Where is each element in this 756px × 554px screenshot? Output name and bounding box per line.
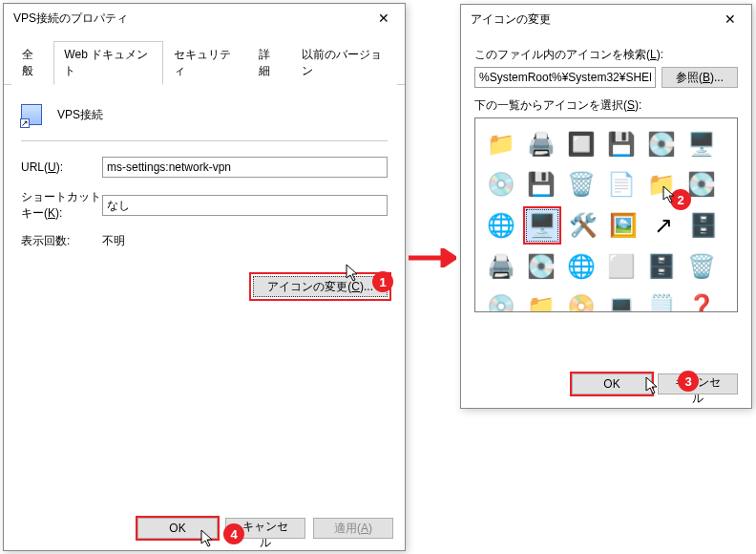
tab-strip: 全般 Web ドキュメント セキュリティ 詳細 以前のバージョン (4, 32, 405, 85)
tab-general[interactable]: 全般 (11, 41, 53, 85)
icon-option[interactable]: ❓ (683, 288, 720, 312)
icon-option[interactable]: 🖨️ (483, 248, 519, 285)
step-marker-3: 3 (678, 371, 699, 392)
shortcut-icon (21, 104, 42, 125)
dialog-body: このファイル内のアイコンを検索(L): 参照(B)... 下の一覧からアイコンを… (461, 33, 751, 322)
icon-option[interactable]: 🗒️ (643, 288, 680, 312)
step-marker-2: 2 (670, 189, 691, 210)
icon-option[interactable]: 💽 (523, 248, 559, 285)
change-icon-dialog: アイコンの変更 ✕ このファイル内のアイコンを検索(L): 参照(B)... 下… (460, 4, 752, 409)
icon-option[interactable]: 💿 (483, 288, 519, 312)
visits-value: 不明 (102, 233, 388, 249)
dialog-body: VPS接続 URL(U): ショートカット キー(K): 表示回数: 不明 アイ… (4, 85, 405, 310)
tab-previous-versions[interactable]: 以前のバージョン (291, 41, 397, 85)
step-marker-1: 1 (372, 271, 393, 292)
icon-option[interactable]: 🖥️ (683, 126, 720, 162)
properties-dialog: VPS接続のプロパティ ✕ 全般 Web ドキュメント セキュリティ 詳細 以前… (3, 3, 406, 551)
icon-option[interactable]: 💿 (483, 166, 519, 202)
arrow-indicator (409, 248, 456, 267)
icon-option[interactable]: 🗄️ (685, 207, 722, 244)
dialog-button-row: OK キャンセル 適用(A) (4, 518, 393, 539)
icon-option[interactable]: 📁 (483, 126, 519, 162)
icon-option[interactable]: 🖨️ (523, 126, 559, 162)
apply-button: 適用(A) (313, 518, 393, 539)
icon-option[interactable]: 💻 (603, 288, 640, 312)
ok-button[interactable]: OK (137, 518, 218, 539)
shortcut-key-input[interactable] (102, 195, 388, 216)
ok-button[interactable]: OK (572, 373, 652, 394)
icon-option[interactable]: 📄 (603, 166, 640, 202)
search-label: このファイル内のアイコンを検索(L): (474, 47, 738, 63)
tab-details[interactable]: 詳細 (248, 41, 290, 85)
close-button[interactable]: ✕ (708, 5, 751, 33)
icon-option[interactable]: 🗄️ (643, 248, 680, 285)
icon-option[interactable]: 🌐 (483, 207, 519, 244)
url-input[interactable] (102, 157, 388, 178)
shortcut-name: VPS接続 (57, 107, 103, 123)
icon-option[interactable]: 💾 (603, 126, 640, 162)
icon-list[interactable]: 📁🖨️🔲💾💽🖥️💿💾🗑️📄📁💽🌐🖥️🛠️🖼️↗🗄️🖨️💽🌐⬜🗄️🗑️💿📁📀💻🗒️… (474, 117, 738, 312)
icon-option[interactable]: 🔲 (563, 126, 599, 162)
dialog-title: VPS接続のプロパティ (13, 11, 362, 27)
titlebar: VPS接続のプロパティ ✕ (4, 4, 405, 32)
dialog-title: アイコンの変更 (471, 11, 708, 28)
icon-option[interactable]: 🖥️ (523, 206, 561, 245)
url-label: URL(U): (21, 160, 102, 174)
icon-option[interactable]: 🖼️ (605, 207, 641, 244)
tab-security[interactable]: セキュリティ (163, 41, 248, 85)
icon-option[interactable]: 🌐 (563, 248, 599, 285)
titlebar: アイコンの変更 ✕ (461, 5, 751, 33)
icon-option[interactable]: 🗑️ (563, 166, 599, 202)
icon-option[interactable]: 🛠️ (565, 207, 601, 244)
dialog-button-row: OK キャンセル (572, 373, 738, 394)
close-button[interactable]: ✕ (362, 4, 405, 32)
list-label: 下の一覧からアイコンを選択(S): (474, 97, 738, 114)
icon-option[interactable]: 📀 (563, 288, 599, 312)
icon-option[interactable]: ↗ (645, 207, 682, 244)
browse-button[interactable]: 参照(B)... (662, 67, 738, 88)
step-marker-4: 4 (223, 523, 244, 544)
icon-option[interactable]: 💽 (643, 126, 680, 162)
icon-option[interactable]: 🗑️ (683, 248, 720, 285)
icon-option[interactable]: 📁 (523, 288, 559, 312)
visits-label: 表示回数: (21, 233, 102, 249)
change-icon-button[interactable]: アイコンの変更(C)... (253, 276, 388, 297)
tab-web-document[interactable]: Web ドキュメント (53, 41, 163, 85)
shortcut-key-label: ショートカット キー(K): (21, 189, 102, 222)
icon-option[interactable]: ⬜ (603, 248, 640, 285)
icon-option[interactable]: 💾 (523, 166, 559, 202)
icon-path-input[interactable] (474, 67, 656, 88)
